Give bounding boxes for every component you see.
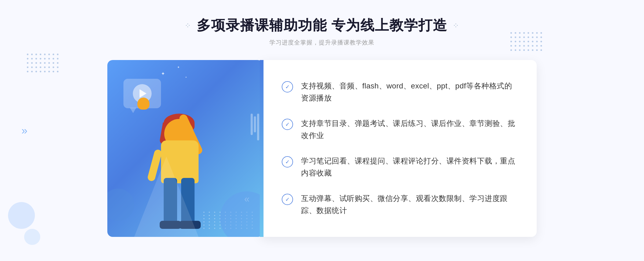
check-circle-3: ✓ <box>282 156 293 167</box>
checkmark-symbol-1: ✓ <box>285 84 290 90</box>
checkmark-symbol-2: ✓ <box>285 122 290 127</box>
circle-decoration-medium <box>107 189 134 221</box>
play-triangle-icon <box>140 89 147 98</box>
feature-item-1: ✓ 支持视频、音频、flash、word、excel、ppt、pdf等各种格式的… <box>282 80 515 104</box>
subtitle: 学习进度全掌握，提升录播课教学效果 <box>185 39 459 47</box>
feature-text-4: 互动弹幕、试听购买、微信分享、观看次数限制、学习进度跟踪、数据统计 <box>301 193 515 217</box>
header-decorators: ⁘ 多项录播课辅助功能 专为线上教学打造 ⁘ <box>185 16 459 35</box>
circle-decoration-large <box>220 191 263 237</box>
decorator-dots-left: ⁘ <box>185 21 191 30</box>
check-circle-2: ✓ <box>282 119 293 130</box>
feature-item-3: ✓ 学习笔记回看、课程提问、课程评论打分、课件资料下载，重点内容收藏 <box>282 155 515 179</box>
feature-text-2: 支持章节目录、弹题考试、课后练习、课后作业、章节测验、批改作业 <box>301 118 515 142</box>
illustration-bg: ✦ ✦ ✦ <box>107 60 263 237</box>
decorator-dots-right: ⁘ <box>453 21 459 30</box>
light-beam-decoration <box>134 156 199 237</box>
check-icon-3: ✓ <box>282 156 293 167</box>
header-section: ⁘ 多项录播课辅助功能 专为线上教学打造 ⁘ 学习进度全掌握，提升录播课教学效果 <box>185 16 459 47</box>
bg-circle-bottom-left2 <box>24 229 40 245</box>
main-title: 多项录播课辅助功能 专为线上教学打造 <box>197 16 447 35</box>
content-panel: ✓ 支持视频、音频、flash、word、excel、ppt、pdf等各种格式的… <box>260 60 537 237</box>
check-icon-1: ✓ <box>282 81 293 92</box>
chevron-double-icon: » <box>21 125 27 136</box>
bg-circle-bottom-left <box>8 202 35 229</box>
person-hand-up <box>137 98 149 110</box>
feature-text-1: 支持视频、音频、flash、word、excel、ppt、pdf等各种格式的资源… <box>301 80 515 104</box>
page-container: » ⁘ 多项录播课辅助功能 专为线上教学打造 ⁘ 学习进度全掌握，提升录播课教学… <box>0 0 644 261</box>
illustration-panel: ✦ ✦ ✦ <box>107 60 274 248</box>
sparkle-icon-3: ✦ <box>185 76 187 79</box>
blue-vertical-bar <box>260 60 264 237</box>
checkmark-symbol-4: ✓ <box>285 197 290 202</box>
feature-item-4: ✓ 互动弹幕、试听购买、微信分享、观看次数限制、学习进度跟踪、数据统计 <box>282 193 515 217</box>
main-content: ✦ ✦ ✦ <box>107 60 537 248</box>
check-circle-4: ✓ <box>282 194 293 205</box>
sparkle-icon-2: ✦ <box>177 65 180 69</box>
checkmark-symbol-3: ✓ <box>285 159 290 165</box>
sparkle-icon-1: ✦ <box>161 71 165 77</box>
check-icon-4: ✓ <box>282 194 293 205</box>
bg-dots-left <box>27 54 58 72</box>
check-circle-1: ✓ <box>282 81 293 92</box>
check-icon-2: ✓ <box>282 119 293 130</box>
feature-text-3: 学习笔记回看、课程提问、课程评论打分、课件资料下载，重点内容收藏 <box>301 155 515 179</box>
bg-dots-right <box>510 32 542 51</box>
feature-item-2: ✓ 支持章节目录、弹题考试、课后练习、课后作业、章节测验、批改作业 <box>282 118 515 142</box>
sidebar-left-decoration: » <box>21 125 27 137</box>
